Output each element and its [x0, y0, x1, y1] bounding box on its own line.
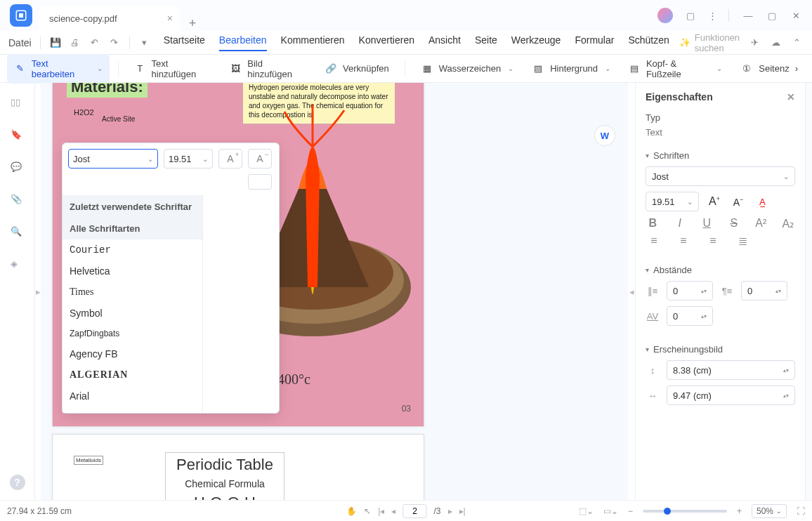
last-page-button[interactable]: ▸| [459, 506, 466, 516]
layers-icon[interactable]: ◈ [11, 258, 25, 272]
align-center-button[interactable]: ≡ [675, 235, 692, 248]
font-list[interactable]: Zuletzt verwendete Schriftar Alle Schrif… [63, 195, 203, 413]
fit-page-icon[interactable]: ⬚⌄ [579, 506, 594, 516]
chevron-down-icon[interactable]: ⌄ [202, 155, 208, 163]
decrease-font-button[interactable]: A− [248, 149, 272, 169]
expand-left-rail[interactable]: ▸ [35, 83, 41, 500]
menu-startseite[interactable]: Startseite [164, 34, 205, 51]
cloud-icon[interactable]: ☁ [771, 37, 780, 48]
scroll-right-icon[interactable]: › [795, 63, 798, 74]
font-item[interactable]: Arial [63, 385, 202, 407]
user-avatar[interactable] [657, 8, 673, 23]
font-size-combo[interactable]: 19.51 ⌄ [164, 149, 213, 169]
new-tab-button[interactable]: + [180, 16, 205, 31]
minimize-button[interactable]: — [742, 11, 754, 21]
chevron-down-icon[interactable]: ⌄ [605, 65, 610, 72]
link-button[interactable]: 🔗 Verknüpfen [317, 58, 396, 79]
char-spacing-input[interactable]: 0▴▾ [667, 306, 713, 326]
document-canvas[interactable]: Materials: H2O2 Active Site Hydrogen per… [41, 83, 628, 500]
file-menu[interactable]: Datei [8, 37, 32, 48]
function-search[interactable]: ✨ Funktionen suchen [679, 32, 751, 53]
strike-button[interactable]: S [727, 217, 742, 230]
font-item[interactable]: Courier [63, 239, 202, 260]
page-number-button[interactable]: ① Seitenz › [733, 58, 805, 79]
edit-text-button[interactable]: ✎ Text bearbeiten ⌄ [7, 54, 110, 84]
customize-dropdown-icon[interactable]: ▾ [138, 37, 151, 49]
align-justify-button[interactable]: ≣ [734, 235, 751, 248]
comments-icon[interactable]: 💬 [11, 161, 25, 176]
increase-font-icon[interactable]: A+ [706, 195, 723, 208]
bookmarks-icon[interactable]: 🔖 [11, 129, 25, 143]
chevron-down-icon[interactable]: ⌄ [716, 65, 722, 72]
zoom-in-icon[interactable]: + [737, 506, 742, 516]
para-spacing-input[interactable]: 0▴▾ [741, 281, 787, 301]
more-menu-icon[interactable]: ⋮ [708, 11, 716, 21]
height-input[interactable]: 8.38 (cm)▴▾ [667, 360, 795, 380]
font-item[interactable]: Times [63, 282, 202, 303]
zoom-out-icon[interactable]: − [628, 506, 633, 516]
next-page-button[interactable]: ▸ [448, 506, 452, 516]
zoom-value[interactable]: 50%⌄ [752, 504, 787, 518]
read-mode-icon[interactable]: ▭⌄ [603, 506, 618, 516]
menu-schuetzen[interactable]: Schützen [628, 34, 669, 51]
save-icon[interactable]: 💾 [49, 37, 62, 49]
redo-icon[interactable]: ↷ [108, 37, 121, 49]
menu-kommentieren[interactable]: Kommentieren [281, 34, 345, 51]
search-icon[interactable]: 🔍 [11, 226, 25, 240]
share-icon[interactable]: ✈ [751, 37, 759, 48]
menu-seite[interactable]: Seite [475, 34, 497, 51]
background-button[interactable]: ▨ Hintergrund ⌄ [525, 58, 617, 79]
font-item[interactable]: Helvetica [63, 260, 202, 282]
zoom-slider[interactable] [643, 510, 727, 513]
maximize-button[interactable]: ▢ [766, 11, 778, 21]
props-font-select[interactable]: Jost⌄ [646, 166, 795, 186]
decrease-font-icon[interactable]: A− [730, 196, 747, 208]
bold-button[interactable]: B [646, 217, 660, 230]
first-page-button[interactable]: |◂ [378, 506, 384, 516]
font-item[interactable]: Symbol [63, 303, 202, 324]
menu-bearbeiten[interactable]: Bearbeiten [219, 34, 267, 51]
add-text-button[interactable]: T Text hinzufügen [127, 54, 219, 84]
superscript-button[interactable]: A² [754, 217, 768, 230]
line-spacing-input[interactable]: 0▴▾ [667, 281, 713, 301]
hand-tool-icon[interactable]: ✋ [346, 506, 357, 516]
menu-formular[interactable]: Formular [575, 34, 614, 51]
collapse-ribbon-icon[interactable]: ⌃ [793, 37, 801, 48]
font-item[interactable]: ZapfDingbats [63, 324, 202, 343]
font-name-combo[interactable]: Jost ⌄ [68, 149, 158, 169]
watermark-button[interactable]: ▦ Wasserzeichen ⌄ [414, 58, 520, 79]
font-color-icon[interactable]: A̲ [754, 197, 771, 207]
chevron-down-icon[interactable]: ⌄ [97, 65, 103, 72]
fullscreen-icon[interactable]: ⛶ [797, 506, 805, 516]
underline-button[interactable]: U [700, 217, 714, 230]
export-word-badge[interactable]: W [594, 125, 615, 146]
props-font-size[interactable]: 19.51⌄ [646, 192, 699, 211]
tab-science-copy[interactable]: science-copy.pdf × [39, 6, 180, 31]
width-input[interactable]: 9.47 (cm)▴▾ [667, 385, 795, 405]
undo-icon[interactable]: ↶ [89, 37, 101, 49]
attachments-icon[interactable]: 📎 [11, 194, 25, 208]
collapse-right-panel[interactable]: ◂ [628, 83, 635, 500]
font-item[interactable]: ALGERIAN [63, 364, 202, 385]
prev-page-button[interactable]: ◂ [391, 506, 395, 516]
menu-konvertieren[interactable]: Konvertieren [359, 34, 414, 51]
header-footer-button[interactable]: ▤ Kopf- & Fußzeile ⌄ [622, 54, 729, 84]
italic-button[interactable]: I [673, 217, 688, 230]
close-tab-icon[interactable]: × [167, 13, 173, 24]
menu-ansicht[interactable]: Ansicht [428, 34, 461, 51]
chevron-down-icon[interactable]: ⌄ [508, 65, 513, 72]
props-scrollbar[interactable] [805, 83, 812, 500]
font-color-swatch[interactable] [248, 174, 272, 190]
increase-font-button[interactable]: A+ [218, 149, 242, 169]
page-input[interactable] [402, 504, 426, 518]
chat-icon[interactable]: ▢ [684, 9, 697, 22]
menu-werkzeuge[interactable]: Werkzeuge [511, 34, 561, 51]
thumbnails-icon[interactable]: ▯▯ [11, 97, 25, 111]
font-item[interactable]: Arial Black [63, 407, 202, 413]
align-right-button[interactable]: ≡ [705, 235, 721, 248]
font-item[interactable]: Agency FB [63, 343, 202, 364]
subscript-button[interactable]: A₂ [781, 217, 796, 230]
align-left-button[interactable]: ≡ [646, 235, 662, 248]
close-window-button[interactable]: ✕ [790, 11, 802, 21]
help-button[interactable]: ? [10, 475, 25, 490]
